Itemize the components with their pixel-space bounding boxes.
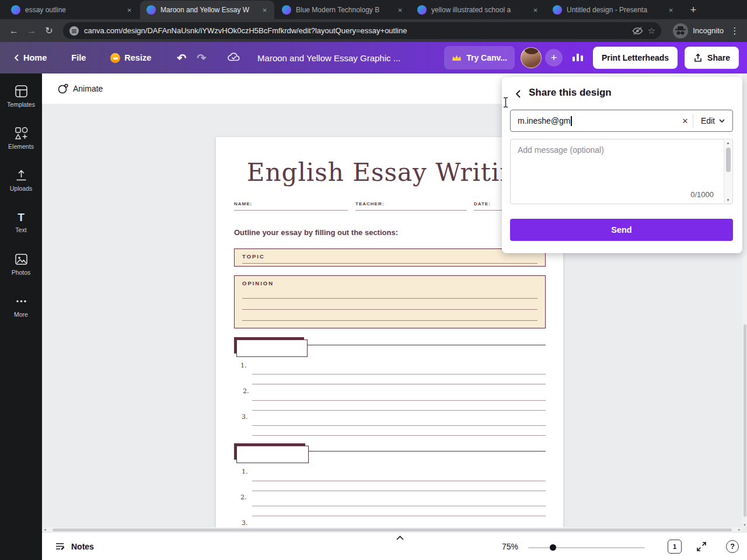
sidebar-item-text[interactable]: T Text xyxy=(2,209,40,236)
chevron-left-icon xyxy=(14,54,19,62)
tab-title: Maroon and Yellow Essay W xyxy=(160,6,255,14)
zoom-slider-track[interactable] xyxy=(528,547,645,548)
essay-intro-text[interactable]: Outline your essay by filling out the se… xyxy=(234,228,398,237)
horizontal-scrollbar[interactable]: ◄ ► xyxy=(42,527,742,532)
proof-label: PROOF xyxy=(256,449,283,455)
tab-close-icon[interactable]: × xyxy=(395,5,405,15)
share-button[interactable]: Share xyxy=(685,47,739,69)
redo-button[interactable]: ↷ xyxy=(197,51,206,65)
tab-close-icon[interactable]: × xyxy=(530,5,540,15)
animate-button[interactable]: Animate xyxy=(51,79,109,98)
scroll-down-icon[interactable]: ▼ xyxy=(742,523,747,527)
try-canva-pro-button[interactable]: Try Canv... xyxy=(444,46,515,69)
browser-tab-1[interactable]: essay outline × xyxy=(5,1,139,19)
scrollbar-thumb[interactable] xyxy=(726,148,731,172)
tab-close-icon[interactable]: × xyxy=(124,5,134,15)
ruled-line[interactable] xyxy=(252,384,546,384)
topic-label: TOPIC xyxy=(242,253,265,260)
ruled-line[interactable] xyxy=(252,374,546,374)
eye-slash-icon[interactable] xyxy=(632,27,643,35)
print-letterheads-label: Print Letterheads xyxy=(602,53,669,62)
browser-tab-5[interactable]: Untitled design - Presenta × xyxy=(546,1,680,19)
insights-chart-icon[interactable] xyxy=(572,51,584,64)
notes-button[interactable]: Notes xyxy=(50,537,99,556)
new-tab-button[interactable]: + xyxy=(685,2,701,18)
tab-close-icon[interactable]: × xyxy=(260,5,270,15)
forward-icon[interactable]: → xyxy=(23,23,40,39)
home-button[interactable]: Home xyxy=(14,53,47,62)
fullscreen-button[interactable] xyxy=(694,540,708,554)
tab-close-icon[interactable]: × xyxy=(666,5,676,15)
user-avatar[interactable] xyxy=(521,47,542,68)
ruled-line[interactable] xyxy=(252,435,546,436)
print-letterheads-button[interactable]: Print Letterheads xyxy=(593,47,678,69)
scroll-left-icon[interactable]: ◄ xyxy=(43,527,47,532)
ruled-line xyxy=(242,309,537,310)
ruled-line[interactable] xyxy=(252,491,546,491)
sidebar-item-templates[interactable]: Templates xyxy=(2,83,40,110)
ruled-line[interactable] xyxy=(252,400,546,401)
teacher-field[interactable]: TEACHER: xyxy=(355,201,467,211)
opinion-box[interactable]: OPINION xyxy=(234,275,546,328)
share-upload-icon xyxy=(693,53,703,62)
file-menu-button[interactable]: File xyxy=(71,53,86,62)
proof-number: 3. xyxy=(242,519,248,527)
browser-menu-icon[interactable]: ⋮ xyxy=(728,26,741,36)
ruled-line[interactable] xyxy=(252,481,546,481)
ruled-line[interactable] xyxy=(252,506,546,506)
ruled-line xyxy=(242,298,537,299)
clear-email-icon[interactable]: ✕ xyxy=(678,113,693,128)
page-count-button[interactable]: 1 xyxy=(668,540,682,554)
sidebar-item-uploads[interactable]: Uploads xyxy=(2,167,40,194)
share-back-button[interactable] xyxy=(510,86,526,102)
browser-tab-4[interactable]: yellow illustrated school a × xyxy=(411,1,545,19)
tab-title: essay outline xyxy=(25,6,120,14)
add-member-button[interactable]: + xyxy=(545,49,563,66)
permission-edit-dropdown[interactable]: Edit xyxy=(693,110,732,131)
incognito-badge[interactable]: Incognito xyxy=(673,23,724,38)
scrollbar-thumb[interactable] xyxy=(743,324,746,517)
vertical-scrollbar[interactable]: ▼ xyxy=(742,74,747,527)
design-title[interactable]: Maroon and Yellow Essay Graphic ... xyxy=(257,53,400,63)
share-email-input[interactable]: m.ineshe@gm ✕ Edit xyxy=(510,110,733,132)
canva-favicon-icon xyxy=(146,5,156,15)
url-bar[interactable]: canva.com/design/DAFAnNaUsnk/iYWzvHOk0cz… xyxy=(63,22,661,39)
text-cursor xyxy=(502,97,509,110)
sidebar-item-elements[interactable]: Elements xyxy=(2,125,40,152)
undo-button[interactable]: ↶ xyxy=(177,51,186,65)
name-field[interactable]: NAME: xyxy=(234,201,348,211)
send-button[interactable]: Send xyxy=(510,219,733,241)
topic-box[interactable]: TOPIC xyxy=(234,249,546,267)
scroll-up-icon[interactable]: ▲ xyxy=(727,141,730,145)
back-icon[interactable]: ← xyxy=(6,23,22,39)
scroll-down-icon[interactable]: ▼ xyxy=(727,198,730,202)
sidebar-item-more[interactable]: More xyxy=(2,293,40,320)
scrollbar-thumb[interactable] xyxy=(53,528,732,531)
collapse-bottom-bar-button[interactable] xyxy=(390,533,410,543)
ruled-line[interactable] xyxy=(252,425,546,426)
browser-tab-3[interactable]: Blue Modern Technology B × xyxy=(275,1,410,19)
ruled-line[interactable] xyxy=(252,516,546,516)
sidebar-label: Photos xyxy=(12,269,31,276)
proof-header[interactable]: PROOF xyxy=(234,443,305,460)
bookmark-star-icon[interactable]: ☆ xyxy=(648,26,655,36)
tab-title: Blue Modern Technology B xyxy=(296,6,390,14)
char-counter: 0/1000 xyxy=(690,190,714,199)
proof-number: 1. xyxy=(242,468,248,475)
sidebar-item-photos[interactable]: Photos xyxy=(2,251,40,278)
reload-icon[interactable]: ↻ xyxy=(41,23,57,39)
site-security-icon[interactable] xyxy=(69,26,79,36)
ruled-line[interactable] xyxy=(252,410,546,411)
share-message-textarea[interactable]: Add message (optional) 0/1000 ▲ ▼ xyxy=(510,139,733,204)
scroll-right-icon[interactable]: ► xyxy=(738,527,741,532)
browser-tab-2-active[interactable]: Maroon and Yellow Essay W × xyxy=(140,1,274,19)
help-button[interactable]: ? xyxy=(726,540,739,553)
animate-label: Animate xyxy=(73,84,103,93)
resize-button[interactable]: Resize xyxy=(110,53,151,63)
zoom-slider-thumb[interactable] xyxy=(550,544,556,551)
notes-label: Notes xyxy=(71,542,94,551)
zoom-level: 75% xyxy=(502,542,518,551)
try-canva-label: Try Canv... xyxy=(466,53,507,62)
share-panel: Share this design m.ineshe@gm ✕ Edit Add… xyxy=(502,77,742,253)
arguments-header[interactable]: ARGUMENTS xyxy=(234,337,304,354)
